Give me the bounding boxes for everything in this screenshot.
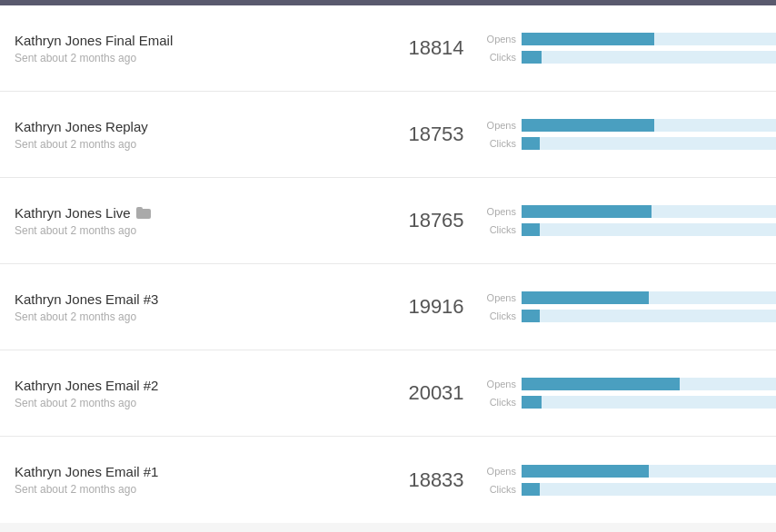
clicks-label: Clicks	[482, 138, 516, 149]
opens-label: Opens	[482, 379, 516, 389]
clicks-chart-row: Clicks	[482, 310, 776, 322]
row-info: Kathryn Jones Email #2Sent about 2 month…	[0, 378, 391, 409]
row-subtitle: Sent about 2 months ago	[15, 310, 391, 323]
opens-bar-fill	[522, 33, 654, 45]
opens-chart-row: Opens	[482, 465, 776, 478]
row-count: 19916	[391, 295, 482, 319]
row-title: Kathryn Jones Replay	[15, 119, 391, 134]
row-email-1[interactable]: Kathryn Jones Email #1Sent about 2 month…	[0, 437, 776, 523]
row-info: Kathryn Jones LiveSent about 2 months ag…	[0, 205, 391, 237]
row-charts: OpensClicks	[482, 119, 776, 150]
row-live[interactable]: Kathryn Jones LiveSent about 2 months ag…	[0, 178, 776, 264]
clicks-label: Clicks	[482, 484, 516, 495]
opens-chart-row: Opens	[482, 291, 776, 304]
clicks-label: Clicks	[482, 310, 516, 321]
clicks-bar-track	[522, 51, 776, 64]
opens-bar-track	[522, 205, 776, 218]
row-info: Kathryn Jones ReplaySent about 2 months …	[0, 119, 391, 151]
clicks-label: Clicks	[482, 224, 516, 235]
row-count: 18765	[391, 209, 482, 232]
clicks-bar-fill	[522, 396, 542, 409]
row-title: Kathryn Jones Email #1	[15, 464, 391, 479]
clicks-label: Clicks	[482, 52, 516, 63]
clicks-chart-row: Clicks	[482, 51, 776, 64]
row-subtitle: Sent about 2 months ago	[15, 52, 391, 64]
clicks-chart-row: Clicks	[482, 137, 776, 150]
row-subtitle: Sent about 2 months ago	[15, 397, 391, 409]
opens-bar-fill	[522, 291, 649, 304]
clicks-bar-track	[522, 223, 776, 236]
row-charts: OpensClicks	[482, 291, 776, 322]
row-count: 18833	[391, 468, 482, 492]
row-subtitle: Sent about 2 months ago	[15, 138, 391, 151]
clicks-bar-track	[522, 396, 776, 409]
row-replay[interactable]: Kathryn Jones ReplaySent about 2 months …	[0, 92, 776, 178]
row-subtitle: Sent about 2 months ago	[15, 224, 391, 237]
row-charts: OpensClicks	[482, 465, 776, 496]
row-info: Kathryn Jones Email #3Sent about 2 month…	[0, 291, 391, 323]
row-title: Kathryn Jones Final Email	[15, 33, 391, 48]
opens-chart-row: Opens	[482, 205, 776, 218]
opens-bar-fill	[522, 378, 680, 390]
row-email-3[interactable]: Kathryn Jones Email #3Sent about 2 month…	[0, 264, 776, 350]
row-title: Kathryn Jones Email #2	[15, 378, 391, 393]
opens-label: Opens	[482, 34, 516, 44]
clicks-bar-fill	[522, 310, 540, 322]
opens-label: Opens	[482, 206, 516, 217]
opens-bar-fill	[522, 465, 649, 478]
clicks-chart-row: Clicks	[482, 483, 776, 496]
clicks-bar-fill	[522, 137, 540, 150]
row-charts: OpensClicks	[482, 205, 776, 236]
opens-bar-track	[522, 291, 776, 304]
opens-bar-track	[522, 119, 776, 132]
row-count: 20031	[391, 381, 482, 405]
row-email-2[interactable]: Kathryn Jones Email #2Sent about 2 month…	[0, 350, 776, 437]
opens-label: Opens	[482, 120, 516, 131]
row-charts: OpensClicks	[482, 33, 776, 64]
clicks-bar-fill	[522, 51, 542, 64]
clicks-bar-fill	[522, 483, 540, 496]
row-title: Kathryn Jones Email #3	[15, 291, 391, 307]
row-title: Kathryn Jones Live	[15, 205, 391, 221]
opens-bar-track	[522, 378, 776, 390]
opens-chart-row: Opens	[482, 378, 776, 390]
row-final-email[interactable]: Kathryn Jones Final EmailSent about 2 mo…	[0, 5, 776, 92]
folder-icon	[136, 207, 151, 219]
clicks-bar-track	[522, 137, 776, 150]
opens-label: Opens	[482, 292, 516, 303]
opens-bar-fill	[522, 205, 652, 218]
clicks-chart-row: Clicks	[482, 396, 776, 409]
clicks-label: Clicks	[482, 397, 516, 408]
clicks-bar-fill	[522, 223, 540, 236]
row-charts: OpensClicks	[482, 378, 776, 409]
opens-label: Opens	[482, 466, 516, 477]
row-count: 18814	[391, 36, 482, 60]
row-info: Kathryn Jones Final EmailSent about 2 mo…	[0, 33, 391, 64]
opens-bar-track	[522, 33, 776, 45]
clicks-bar-track	[522, 483, 776, 496]
opens-chart-row: Opens	[482, 119, 776, 132]
row-subtitle: Sent about 2 months ago	[15, 483, 391, 496]
row-count: 18753	[391, 123, 482, 146]
email-list: Kathryn Jones Final EmailSent about 2 mo…	[0, 0, 776, 523]
opens-chart-row: Opens	[482, 33, 776, 45]
clicks-chart-row: Clicks	[482, 223, 776, 236]
row-info: Kathryn Jones Email #1Sent about 2 month…	[0, 464, 391, 496]
opens-bar-track	[522, 465, 776, 478]
opens-bar-fill	[522, 119, 654, 132]
clicks-bar-track	[522, 310, 776, 322]
